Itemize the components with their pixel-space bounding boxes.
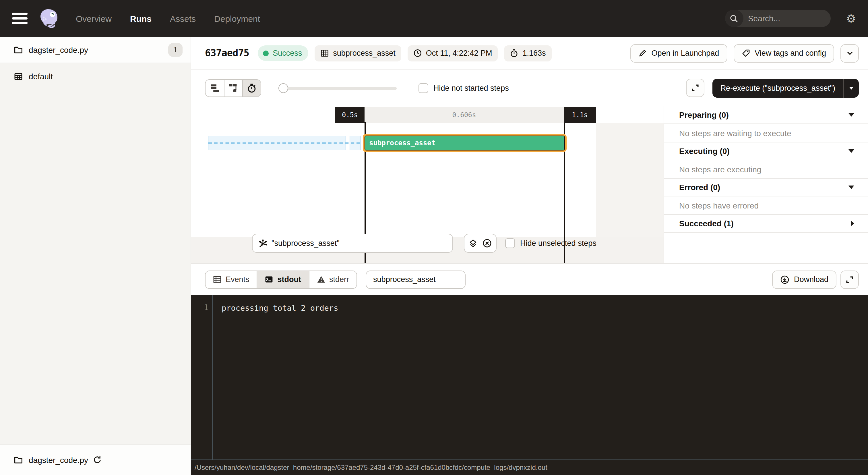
gantt-toolbar: Hide not started steps Re-execute ("subp… [191,70,868,106]
sidebar: dagster_code.py 1 default dagster_code.p… [0,37,191,475]
search-box[interactable]: / [725,10,831,27]
gantt-expand-button[interactable] [686,79,704,97]
run-header: 637aed75 Success subprocess_asset [191,37,868,70]
download-icon [780,275,789,284]
axis-tick-right: 1.1s [564,107,596,123]
step-filter-input-box[interactable] [252,234,453,253]
header-more-chevron-button[interactable] [840,44,859,62]
sidebar-item-default-job[interactable]: default [0,63,191,89]
chevron-right-icon [851,220,854,226]
section-errored[interactable]: Errored (0) [664,179,868,197]
selection-duration-label: 0.606s [365,107,564,123]
slider-track [278,86,397,90]
step-bar-label: subprocess_asset [365,139,435,147]
chevron-down-icon [848,113,854,117]
nav-deployment[interactable]: Deployment [214,13,260,23]
reexecute-dropdown[interactable] [843,79,859,97]
table-icon [213,275,222,284]
log-toolbar: Events stdout [191,263,868,295]
chevron-down-icon [848,185,854,189]
gantt-chart[interactable]: 0.5s 0.606s 1.1s subprocess_asset [191,106,663,263]
footer-repo-label: dagster_code.py [29,455,88,464]
duration-pill: 1.163s [504,45,551,61]
job-label: default [29,71,53,81]
slider-knob[interactable] [278,83,288,93]
section-executing-empty: No steps are executing [664,160,868,179]
hide-unselected-label: Hide unselected steps [520,239,596,247]
reexecute-button[interactable]: Re-execute ("subprocess_asset") [712,79,859,97]
tab-stderr[interactable]: stderr [309,271,356,288]
repo-count-badge: 1 [168,43,183,57]
sidebar-footer: dagster_code.py [0,444,191,475]
hide-not-started-checkbox-row[interactable]: Hide not started steps [418,83,509,93]
terminal-icon [265,275,274,284]
zoom-slider[interactable] [278,83,397,93]
gantt-filter-row: Hide unselected steps [191,234,663,253]
timestamp-pill: Oct 11, 4:22:42 PM [408,45,498,61]
log-file-path: /Users/yuhan/dev/local/dagster_home/stor… [195,464,547,472]
status-label: Success [273,49,302,57]
log-tabs: Events stdout [205,270,357,289]
expand-icon [691,84,699,92]
success-dot [263,50,269,56]
expand-icon [846,275,854,284]
hide-unselected-checkbox-row[interactable]: Hide unselected steps [505,238,596,248]
nav-assets[interactable]: Assets [170,13,196,23]
filter-action-buttons [464,234,497,253]
grid-icon [320,49,329,57]
tab-events[interactable]: Events [206,271,257,288]
section-executing[interactable]: Executing (0) [664,143,868,160]
hide-not-started-label: Hide not started steps [433,84,509,92]
download-button[interactable]: Download [772,270,836,289]
clear-filter-icon[interactable] [482,238,492,248]
section-preparing[interactable]: Preparing (0) [664,106,868,124]
step-filter-input[interactable] [272,239,446,247]
stdout-log-pane[interactable]: 1 processing total 2 orders [191,295,868,459]
repo-label: dagster_code.py [29,45,88,54]
steps-status-panel: Preparing (0) No steps are waiting to ex… [663,106,868,263]
menu-icon[interactable] [12,12,28,24]
axis-tick-left: 0.5s [335,107,365,123]
flat-view-button[interactable] [206,80,224,96]
duration-view-button[interactable] [242,80,260,96]
log-line-text: processing total 2 orders [222,303,338,313]
hide-unselected-checkbox[interactable] [505,238,515,248]
duration-label: 1.163s [522,49,546,57]
timestamp-label: Oct 11, 4:22:42 PM [426,49,492,57]
open-in-launchpad-button[interactable]: Open in Launchpad [630,44,727,62]
nav-runs[interactable]: Runs [130,13,152,23]
reload-icon[interactable] [93,455,101,464]
asset-tag-label: subprocess_asset [333,49,396,57]
log-step-filter-box[interactable] [366,270,466,289]
section-succeeded[interactable]: Succeeded (1) [664,215,868,233]
search-input[interactable] [743,14,831,23]
view-tags-config-button[interactable]: View tags and config [733,44,834,62]
warning-icon [317,275,325,284]
asset-tag-pill[interactable]: subprocess_asset [315,45,401,61]
reexecute-label: Re-execute ("subprocess_asset") [712,84,843,92]
layers-icon[interactable] [468,239,477,248]
run-id: 637aed75 [205,48,249,59]
hide-not-started-checkbox[interactable] [418,83,428,93]
top-nav: Overview Runs Assets Deployment / ⚙ [0,0,868,37]
gantt-step-bar[interactable]: subprocess_asset [365,136,565,150]
dagster-logo[interactable] [37,7,60,30]
search-icon [725,10,743,27]
waterfall-view-button[interactable] [224,80,242,96]
sidebar-item-repo[interactable]: dagster_code.py 1 [0,37,191,63]
chevron-down-icon [846,50,854,57]
gear-icon[interactable]: ⚙ [846,13,856,24]
main-panel: 637aed75 Success subprocess_asset [191,37,868,475]
timer-icon [510,49,518,57]
log-step-filter-input[interactable] [373,275,458,284]
tag-icon [741,49,750,57]
waterfall-view-icon [228,83,238,92]
stopwatch-icon [247,83,257,93]
status-badge: Success [258,46,308,61]
flat-view-icon [210,84,220,92]
tab-stdout[interactable]: stdout [257,271,309,288]
section-errored-empty: No steps have errored [664,197,868,215]
nav-links: Overview Runs Assets Deployment [76,13,260,23]
nav-overview[interactable]: Overview [76,13,112,23]
log-expand-button[interactable] [840,270,859,289]
